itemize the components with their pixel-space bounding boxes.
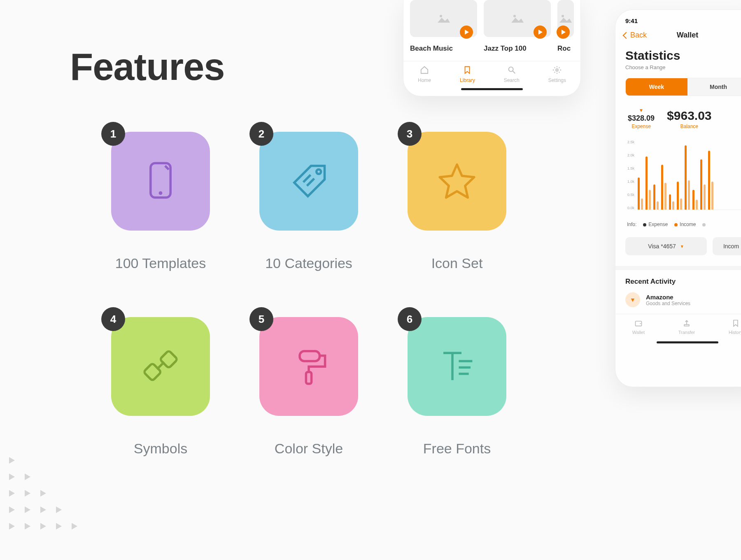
album-art bbox=[484, 0, 551, 37]
svg-point-21 bbox=[556, 69, 559, 71]
features-grid: 1 100 Templates 2 10 Categories 3 Icon S… bbox=[91, 132, 527, 494]
library-icon bbox=[463, 65, 472, 76]
expense-value: $328.09 bbox=[628, 114, 655, 123]
image-placeholder-icon bbox=[510, 13, 524, 24]
bar-group bbox=[669, 194, 674, 210]
svg-rect-23 bbox=[684, 324, 689, 326]
album-title: Beach Music bbox=[410, 44, 477, 53]
phone-mockup-wallet: 9:41 Back Wallet Statistics Choose a Ran… bbox=[615, 10, 741, 387]
image-placeholder-icon bbox=[437, 13, 451, 24]
svg-rect-7 bbox=[160, 350, 178, 369]
status-time: 9:41 bbox=[615, 17, 741, 28]
feature-item: 1 100 Templates bbox=[91, 132, 231, 309]
chart-legend: Info: Expense Income bbox=[615, 214, 741, 235]
tab-label: Transfer bbox=[678, 330, 695, 335]
range-segment: WeekMonth bbox=[625, 78, 741, 96]
feature-tile: 3 bbox=[408, 132, 506, 231]
album-title: Jazz Top 100 bbox=[484, 44, 551, 53]
wallet-icon bbox=[634, 319, 643, 328]
card-select[interactable]: Visa *4657▼ bbox=[625, 237, 707, 255]
segment-month[interactable]: Month bbox=[687, 78, 741, 96]
tab-wallet[interactable]: Wallet bbox=[632, 319, 645, 335]
feature-badge: 3 bbox=[398, 122, 422, 146]
svg-point-19 bbox=[508, 67, 513, 72]
bar-group bbox=[708, 151, 713, 210]
feature-badge: 1 bbox=[101, 122, 125, 146]
tab-settings[interactable]: Settings bbox=[548, 65, 566, 83]
feature-item: 4 Symbols bbox=[91, 317, 231, 494]
svg-line-5 bbox=[307, 179, 315, 186]
svg-line-8 bbox=[157, 362, 164, 369]
link-icon bbox=[138, 343, 183, 390]
tab-library[interactable]: Library bbox=[460, 65, 475, 83]
image-placeholder-icon bbox=[559, 13, 573, 24]
tab-transfer[interactable]: Transfer bbox=[678, 319, 695, 335]
feature-item: 3 Icon Set bbox=[387, 132, 527, 309]
home-indicator bbox=[657, 341, 718, 343]
history-icon bbox=[732, 319, 740, 328]
activity-row[interactable]: ▼ Amazone Goods and Services bbox=[615, 291, 741, 311]
home-indicator bbox=[461, 88, 523, 90]
legend-item: Income bbox=[680, 222, 696, 227]
feature-label: 10 Categories bbox=[265, 255, 352, 271]
svg-rect-9 bbox=[300, 351, 319, 361]
album-art bbox=[557, 0, 574, 37]
bar-group bbox=[700, 159, 706, 210]
page-title: Features bbox=[70, 45, 225, 89]
feature-badge: 2 bbox=[249, 122, 273, 146]
expense-label: Expense bbox=[628, 124, 655, 129]
play-button[interactable] bbox=[460, 26, 473, 39]
feature-tile: 4 bbox=[111, 317, 210, 416]
home-icon bbox=[420, 65, 429, 76]
activity-subtitle: Goods and Services bbox=[646, 301, 690, 306]
play-button[interactable] bbox=[557, 26, 570, 39]
segment-week[interactable]: Week bbox=[626, 78, 687, 96]
tab-home[interactable]: Home bbox=[418, 65, 431, 83]
balance-label: Balance bbox=[667, 124, 711, 129]
feature-badge: 5 bbox=[249, 307, 273, 331]
bar-group bbox=[685, 145, 690, 210]
album-title: Roc bbox=[557, 44, 574, 53]
tab-label: History bbox=[729, 330, 741, 335]
phone-mockup-music: Beach Music Jazz Top 100 Roc HomeLibrary… bbox=[403, 0, 580, 96]
legend-label: Info: bbox=[627, 222, 636, 227]
feature-tile: 6 bbox=[408, 317, 506, 416]
type-select[interactable]: Incom bbox=[713, 237, 741, 255]
back-button[interactable]: Back bbox=[624, 31, 647, 40]
svg-rect-10 bbox=[306, 372, 311, 384]
album-card[interactable]: Jazz Top 100 bbox=[484, 0, 551, 53]
bar-group bbox=[638, 177, 643, 210]
feature-label: Symbols bbox=[134, 441, 187, 457]
play-button[interactable] bbox=[534, 26, 547, 39]
roller-icon bbox=[286, 343, 331, 390]
activity-name: Amazone bbox=[646, 294, 690, 301]
feature-label: Free Fonts bbox=[423, 441, 491, 457]
bar-group bbox=[645, 156, 651, 210]
star-icon bbox=[434, 158, 480, 205]
decoration-triangles bbox=[4, 453, 95, 535]
svg-line-4 bbox=[303, 175, 311, 182]
feature-label: Color Style bbox=[275, 441, 343, 457]
svg-point-16 bbox=[440, 15, 442, 17]
bar-group bbox=[661, 165, 666, 210]
album-art bbox=[410, 0, 477, 37]
svg-point-3 bbox=[317, 170, 321, 174]
transfer-icon bbox=[683, 319, 691, 328]
settings-icon bbox=[552, 65, 562, 76]
bar-group bbox=[653, 184, 659, 210]
phone-icon bbox=[138, 158, 183, 205]
divider bbox=[615, 266, 741, 270]
svg-point-18 bbox=[562, 15, 564, 17]
tab-history[interactable]: History bbox=[729, 319, 741, 335]
feature-tile: 5 bbox=[259, 317, 358, 416]
stats-chart: 2.5k2.0k1.5k1.0k0.5k0.0k bbox=[615, 136, 741, 214]
balance-value: $963.03 bbox=[667, 109, 711, 123]
feature-item: 2 10 Categories bbox=[239, 132, 379, 309]
album-card[interactable]: Beach Music bbox=[410, 0, 477, 53]
svg-point-1 bbox=[159, 191, 163, 195]
feature-item: 5 Color Style bbox=[239, 317, 379, 494]
text-icon bbox=[434, 343, 480, 390]
svg-point-17 bbox=[513, 15, 516, 17]
tab-search[interactable]: Search bbox=[504, 65, 520, 83]
album-card[interactable]: Roc bbox=[557, 0, 574, 53]
